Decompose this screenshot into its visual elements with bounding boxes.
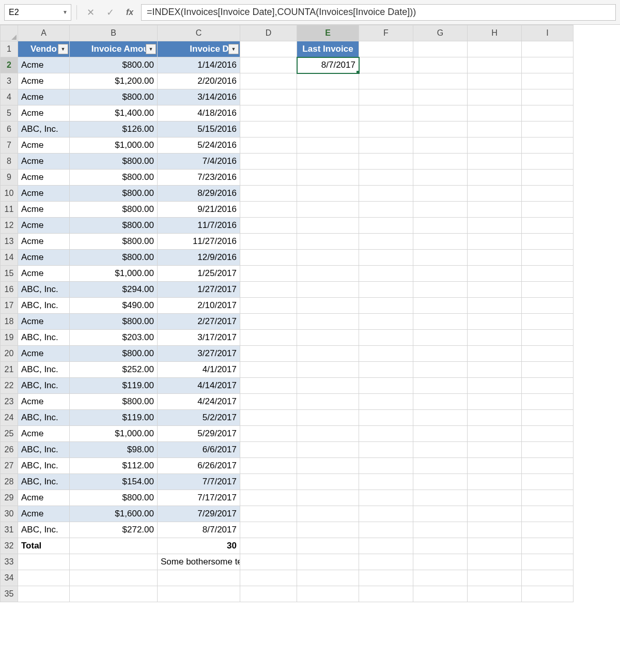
cell[interactable] — [468, 330, 522, 346]
cell[interactable] — [522, 346, 574, 362]
cell[interactable] — [297, 218, 359, 234]
cell[interactable] — [240, 121, 297, 138]
cell[interactable] — [18, 586, 70, 602]
cell[interactable] — [297, 378, 359, 394]
cell-amount[interactable]: $1,000.00 — [70, 138, 158, 154]
cell[interactable] — [522, 362, 574, 378]
cell-date[interactable]: 4/1/2017 — [158, 362, 240, 378]
cell[interactable] — [522, 282, 574, 298]
cell[interactable] — [522, 570, 574, 586]
cell-amount[interactable]: $112.00 — [70, 458, 158, 474]
cell[interactable] — [18, 570, 70, 586]
cell-amount[interactable]: $800.00 — [70, 394, 158, 410]
cell[interactable] — [240, 186, 297, 202]
cell-date[interactable]: 1/14/2016 — [158, 57, 240, 73]
cell[interactable] — [413, 346, 468, 362]
cell[interactable] — [240, 57, 297, 73]
row-header[interactable]: 28 — [1, 474, 18, 490]
row-header[interactable]: 15 — [1, 266, 18, 282]
cell[interactable] — [413, 154, 468, 170]
cell[interactable] — [240, 554, 297, 570]
cell[interactable] — [413, 298, 468, 314]
filter-button[interactable]: ▼ — [146, 44, 156, 54]
cell[interactable] — [18, 554, 70, 570]
cell[interactable] — [240, 73, 297, 89]
cell[interactable] — [297, 105, 359, 121]
cell[interactable] — [413, 506, 468, 522]
last-invoice-label[interactable]: Last Invoice — [297, 41, 359, 57]
row-header[interactable]: 3 — [1, 73, 18, 89]
cell[interactable] — [413, 138, 468, 154]
cell-date[interactable]: 4/24/2017 — [158, 394, 240, 410]
cell[interactable] — [240, 378, 297, 394]
cell[interactable] — [522, 266, 574, 282]
cell-date[interactable]: 7/23/2016 — [158, 170, 240, 186]
cell[interactable] — [240, 362, 297, 378]
cell[interactable] — [413, 202, 468, 218]
table-header-date[interactable]: Invoice Dat▼ — [158, 41, 240, 57]
fx-icon[interactable]: fx — [121, 4, 138, 21]
column-header-H[interactable]: H — [468, 25, 522, 41]
cell[interactable] — [359, 138, 413, 154]
cell-date[interactable]: 2/10/2017 — [158, 298, 240, 314]
cell[interactable] — [413, 410, 468, 426]
cell[interactable] — [468, 442, 522, 458]
cell-amount[interactable]: $800.00 — [70, 57, 158, 73]
cell[interactable] — [240, 250, 297, 266]
cell-amount[interactable]: $203.00 — [70, 330, 158, 346]
cell[interactable] — [359, 586, 413, 602]
cell-amount[interactable]: $800.00 — [70, 170, 158, 186]
cell[interactable] — [240, 266, 297, 282]
cell[interactable] — [297, 346, 359, 362]
cell[interactable] — [413, 570, 468, 586]
cell[interactable] — [297, 442, 359, 458]
cell[interactable] — [240, 330, 297, 346]
cell[interactable] — [359, 442, 413, 458]
enter-icon[interactable]: ✓ — [102, 4, 118, 21]
cell[interactable] — [240, 170, 297, 186]
cell-date[interactable]: 3/27/2017 — [158, 346, 240, 362]
column-header-D[interactable]: D — [240, 25, 297, 41]
cell[interactable] — [359, 522, 413, 538]
row-header[interactable]: 23 — [1, 394, 18, 410]
cell[interactable] — [413, 522, 468, 538]
cell[interactable] — [522, 410, 574, 426]
cell-amount[interactable]: $272.00 — [70, 522, 158, 538]
cell[interactable] — [522, 218, 574, 234]
cell-amount[interactable]: $252.00 — [70, 362, 158, 378]
cell-date[interactable]: 4/14/2017 — [158, 378, 240, 394]
cell[interactable] — [240, 41, 297, 57]
cell[interactable] — [413, 73, 468, 89]
row-header[interactable]: 11 — [1, 202, 18, 218]
cell[interactable] — [522, 73, 574, 89]
cell-date[interactable]: 8/7/2017 — [158, 522, 240, 538]
cell[interactable] — [70, 538, 158, 554]
cell[interactable] — [240, 522, 297, 538]
cell[interactable] — [297, 570, 359, 586]
cell[interactable] — [240, 538, 297, 554]
cell-vendor[interactable]: Acme — [18, 105, 70, 121]
cell[interactable] — [359, 554, 413, 570]
cell[interactable] — [240, 474, 297, 490]
cell[interactable] — [468, 474, 522, 490]
cell-amount[interactable]: $800.00 — [70, 89, 158, 105]
cell[interactable] — [359, 282, 413, 298]
cell[interactable] — [468, 298, 522, 314]
row-header[interactable]: 2 — [1, 57, 18, 73]
cell[interactable] — [297, 138, 359, 154]
cell-vendor[interactable]: Acme — [18, 186, 70, 202]
cell-amount[interactable]: $1,000.00 — [70, 426, 158, 442]
cell-date[interactable]: 5/2/2017 — [158, 410, 240, 426]
cell[interactable] — [297, 89, 359, 105]
cell[interactable] — [413, 314, 468, 330]
row-header[interactable]: 1 — [1, 41, 18, 57]
cell-vendor[interactable]: Acme — [18, 138, 70, 154]
cell[interactable] — [297, 362, 359, 378]
cell[interactable] — [359, 57, 413, 73]
row-header[interactable]: 18 — [1, 314, 18, 330]
cell[interactable] — [359, 89, 413, 105]
cell-vendor[interactable]: Acme — [18, 154, 70, 170]
cell[interactable] — [240, 314, 297, 330]
cell-amount[interactable]: $294.00 — [70, 282, 158, 298]
cell[interactable] — [240, 426, 297, 442]
